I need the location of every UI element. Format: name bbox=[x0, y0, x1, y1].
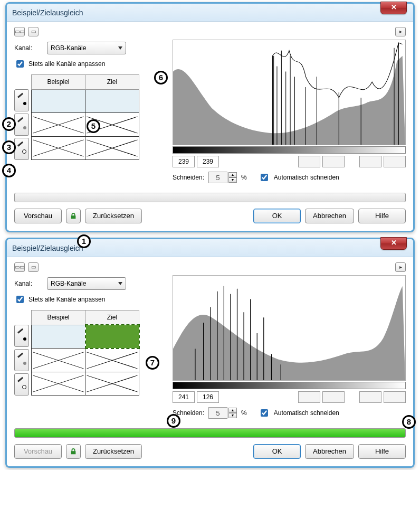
sample-cell-mid[interactable] bbox=[32, 349, 85, 372]
callout-7: 7 bbox=[146, 356, 159, 370]
channel-value: RGB-Kanäle bbox=[51, 280, 86, 287]
titlebar[interactable]: Beispiel/Zielausgleich bbox=[7, 239, 413, 257]
clip-spinner[interactable]: ▲▼ bbox=[208, 407, 237, 419]
channel-label: Kanal: bbox=[14, 280, 42, 287]
eyedropper-gray-button[interactable] bbox=[14, 114, 29, 136]
target-cell-mid[interactable] bbox=[85, 349, 139, 372]
cancel-button[interactable]: Abbrechen bbox=[305, 444, 354, 459]
always-adjust-checkbox[interactable] bbox=[16, 60, 24, 68]
close-button[interactable]: ✕ bbox=[380, 2, 407, 14]
readout-2: 239 bbox=[197, 156, 219, 167]
auto-clip-label: Automatisch schneiden bbox=[274, 409, 339, 417]
lock-icon bbox=[70, 212, 77, 220]
preview-button[interactable]: Vorschau bbox=[14, 209, 62, 223]
spin-up-icon[interactable]: ▲ bbox=[228, 408, 237, 413]
help-button[interactable]: Hilfe bbox=[358, 209, 406, 223]
percent-label: % bbox=[241, 174, 247, 181]
lock-button[interactable] bbox=[66, 209, 81, 223]
eyedropper-black-icon bbox=[17, 331, 26, 341]
target-cell-dark[interactable] bbox=[85, 372, 139, 396]
eyedropper-black-icon bbox=[17, 96, 26, 105]
readout-1: 241 bbox=[173, 391, 195, 403]
col-header-ziel: Ziel bbox=[85, 310, 139, 325]
always-adjust-label: Stets alle Kanäle anpassen bbox=[28, 296, 105, 303]
target-cell-light[interactable] bbox=[85, 89, 139, 112]
channel-combo[interactable]: RGB-Kanäle bbox=[47, 42, 126, 54]
eyedropper-black-button[interactable] bbox=[14, 89, 29, 111]
window-title: Beispiel/Zielausgleich bbox=[12, 8, 83, 17]
panel-layout-single-icon[interactable]: ▭ bbox=[28, 27, 39, 36]
sample-cell-dark[interactable] bbox=[32, 372, 85, 396]
ok-button[interactable]: OK bbox=[253, 444, 301, 459]
sample-cell-light[interactable] bbox=[32, 89, 85, 112]
always-adjust-checkbox[interactable] bbox=[16, 296, 24, 303]
eyedropper-white-icon bbox=[17, 144, 26, 154]
eyedropper-white-button[interactable] bbox=[14, 138, 29, 160]
callout-4: 4 bbox=[2, 164, 16, 177]
eyedropper-white-button[interactable] bbox=[14, 373, 29, 396]
readout-1: 239 bbox=[173, 156, 195, 167]
clip-value bbox=[208, 407, 227, 419]
cancel-button[interactable]: Abbrechen bbox=[305, 209, 354, 223]
eyedropper-gray-icon bbox=[17, 355, 26, 365]
close-button[interactable]: ✕ bbox=[380, 237, 407, 250]
window-title: Beispiel/Zielausgleich bbox=[12, 244, 83, 252]
sample-cell-dark[interactable] bbox=[32, 136, 85, 160]
eyedropper-gray-button[interactable] bbox=[14, 349, 29, 371]
channel-combo[interactable]: RGB-Kanäle bbox=[47, 277, 126, 290]
readout-blank bbox=[359, 391, 381, 403]
lock-icon bbox=[70, 448, 77, 455]
progress-bar bbox=[14, 193, 406, 202]
lock-button[interactable] bbox=[66, 444, 81, 459]
panel-layout-dual-icon[interactable]: ▭▭ bbox=[14, 262, 25, 272]
callout-8: 8 bbox=[402, 415, 416, 429]
callout-1: 1 bbox=[77, 234, 91, 248]
channel-value: RGB-Kanäle bbox=[51, 44, 86, 52]
target-cell-dark[interactable] bbox=[85, 136, 139, 160]
eyedropper-white-icon bbox=[17, 380, 26, 389]
ok-button[interactable]: OK bbox=[253, 209, 301, 223]
reset-button[interactable]: Zurücksetzen bbox=[85, 444, 142, 459]
readout-blank bbox=[359, 156, 381, 167]
col-header-ziel: Ziel bbox=[85, 75, 139, 90]
col-header-beispiel: Beispiel bbox=[32, 310, 85, 325]
panel-expand-icon[interactable]: ▸ bbox=[395, 262, 406, 272]
sample-cell-mid[interactable] bbox=[32, 113, 85, 136]
sample-cell-light[interactable] bbox=[32, 325, 85, 348]
readout-blank bbox=[298, 391, 320, 403]
panel-expand-icon[interactable]: ▸ bbox=[395, 27, 406, 36]
panel-layout-dual-icon[interactable]: ▭▭ bbox=[14, 27, 25, 36]
chevron-down-icon bbox=[118, 46, 122, 50]
callout-9: 9 bbox=[167, 414, 180, 428]
readout-blank bbox=[322, 391, 345, 403]
auto-clip-label: Automatisch schneiden bbox=[274, 174, 339, 181]
sample-target-grid: Beispiel Ziel bbox=[31, 310, 140, 396]
clip-value bbox=[208, 172, 227, 183]
always-adjust-label: Stets alle Kanäle anpassen bbox=[28, 60, 105, 68]
auto-clip-checkbox[interactable] bbox=[261, 409, 268, 417]
spin-up-icon[interactable]: ▲ bbox=[228, 172, 237, 177]
spin-down-icon[interactable]: ▼ bbox=[228, 177, 237, 183]
target-cell-green[interactable] bbox=[85, 325, 139, 348]
dialog-sample-target-1: Beispiel/Zielausgleich ✕ ▭▭ ▭ ▸ Kanal: R… bbox=[5, 2, 415, 232]
readout-blank bbox=[298, 156, 320, 167]
help-button[interactable]: Hilfe bbox=[358, 444, 406, 459]
titlebar[interactable]: Beispiel/Zielausgleich bbox=[7, 4, 413, 22]
channel-label: Kanal: bbox=[14, 44, 42, 52]
reset-button[interactable]: Zurücksetzen bbox=[85, 209, 142, 223]
readout-blank bbox=[384, 156, 406, 167]
auto-clip-checkbox[interactable] bbox=[261, 174, 268, 181]
readout-blank bbox=[322, 156, 345, 167]
panel-layout-single-icon[interactable]: ▭ bbox=[28, 262, 39, 272]
callout-5: 5 bbox=[87, 119, 100, 133]
readout-2: 126 bbox=[197, 391, 219, 403]
preview-button[interactable]: Vorschau bbox=[14, 444, 62, 459]
spin-down-icon[interactable]: ▼ bbox=[228, 413, 237, 418]
clip-spinner[interactable]: ▲▼ bbox=[208, 172, 237, 183]
eyedropper-black-button[interactable] bbox=[14, 325, 29, 347]
callout-3: 3 bbox=[2, 140, 16, 154]
clip-label: Schneiden: bbox=[173, 174, 204, 181]
gradient-bar[interactable] bbox=[173, 382, 406, 389]
progress-bar bbox=[14, 428, 406, 438]
gradient-bar[interactable] bbox=[173, 146, 406, 154]
